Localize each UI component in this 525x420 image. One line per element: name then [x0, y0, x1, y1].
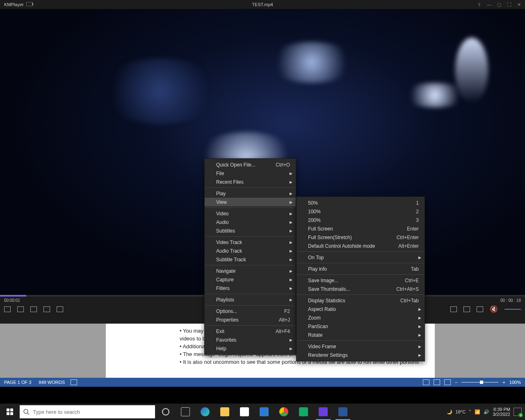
- menu-item[interactable]: Video Track▶: [205, 238, 296, 247]
- caption-icon[interactable]: [463, 306, 470, 312]
- menu-item[interactable]: Rotate▶: [297, 331, 425, 339]
- menu-item-label: Properties: [216, 317, 239, 323]
- menu-item[interactable]: Help▶: [205, 344, 296, 353]
- menu-item-label: Capture: [216, 277, 234, 283]
- menu-item[interactable]: PanScan▶: [297, 322, 425, 331]
- menu-item[interactable]: Renderer Settings▶: [297, 351, 425, 359]
- word-proofing-icon[interactable]: [71, 379, 77, 385]
- submenu-arrow-icon: ▶: [290, 180, 292, 184]
- word-zoom-slider[interactable]: [461, 382, 498, 383]
- hw-icon[interactable]: [450, 306, 457, 312]
- menu-item[interactable]: PropertiesAlt+J: [205, 315, 296, 324]
- menu-item[interactable]: Filters▶: [205, 284, 296, 292]
- menu-item[interactable]: Capture▶: [205, 275, 296, 284]
- taskbar-app-explorer[interactable]: [215, 404, 235, 420]
- menu-item[interactable]: Video Frame▶: [297, 342, 425, 351]
- taskbar-app-mail[interactable]: [254, 404, 274, 420]
- zoom-in-button[interactable]: +: [502, 380, 505, 385]
- menu-item[interactable]: Save Image...Ctrl+E: [297, 276, 425, 285]
- menu-item[interactable]: 50%1: [297, 199, 425, 207]
- menu-item[interactable]: Options...F2: [205, 307, 296, 315]
- menu-item[interactable]: Default Control Autohide modeAlt+Enter: [297, 242, 425, 250]
- menu-item[interactable]: Play infoTab: [297, 265, 425, 273]
- close-button[interactable]: ✕: [517, 2, 521, 7]
- menu-item[interactable]: Favorites▶: [205, 336, 296, 344]
- menu-item[interactable]: Subtitle Track▶: [205, 255, 296, 264]
- menu-item[interactable]: Aspect Ratio▶: [297, 305, 425, 313]
- submenu-arrow-icon: ▶: [418, 307, 421, 311]
- menu-item[interactable]: ExitAlt+F4: [205, 327, 296, 336]
- pin-icon[interactable]: ⇪: [477, 2, 481, 7]
- context-menu[interactable]: Quick Open File...Ctrl+OFile▶Recent File…: [204, 158, 296, 355]
- taskbar-app-word[interactable]: [333, 404, 353, 420]
- menu-item-label: Full Screen(Stretch): [308, 235, 352, 240]
- download-icon[interactable]: [17, 306, 24, 312]
- menu-item[interactable]: 200%3: [297, 216, 425, 224]
- menu-item-label: Video: [216, 211, 228, 217]
- word-web-layout-icon[interactable]: [444, 379, 451, 385]
- menu-item[interactable]: Full ScreenEnter: [297, 224, 425, 233]
- tray-date[interactable]: 3/2/2022: [493, 412, 510, 417]
- menu-item[interactable]: Full Screen(Stretch)Ctrl+Enter: [297, 233, 425, 242]
- tray-time[interactable]: 8:39 PM: [493, 407, 510, 412]
- tray-expand-icon[interactable]: ˄: [469, 409, 471, 415]
- start-button[interactable]: [0, 404, 20, 420]
- menu-item[interactable]: View▶: [205, 198, 296, 206]
- word-read-mode-icon[interactable]: [423, 379, 429, 385]
- fullscreen-button[interactable]: ⛶: [507, 2, 511, 7]
- playlist-icon[interactable]: [4, 306, 11, 312]
- weather-icon[interactable]: 🌙: [447, 409, 452, 415]
- menu-item[interactable]: Video▶: [205, 209, 296, 218]
- menu-item[interactable]: File▶: [205, 169, 296, 178]
- taskbar-search[interactable]: [20, 405, 155, 418]
- menu-item[interactable]: Save Thumbnails...Ctrl+Alt+S: [297, 285, 425, 293]
- taskbar-app-chrome[interactable]: [274, 404, 294, 420]
- menu-item[interactable]: 100%2: [297, 207, 425, 216]
- weather-temp[interactable]: 18°C: [456, 409, 466, 414]
- menu-item[interactable]: Play▶: [205, 189, 296, 198]
- menu-item[interactable]: Audio▶: [205, 218, 296, 226]
- taskbar-app-jdownloader[interactable]: [294, 404, 313, 420]
- equalizer-icon[interactable]: [477, 306, 483, 312]
- cortana-button[interactable]: [156, 404, 176, 420]
- word-print-layout-icon[interactable]: [434, 379, 440, 385]
- word-word-count[interactable]: 848 WORDS: [39, 380, 65, 385]
- word-page-indicator[interactable]: PAGE 1 OF 3: [4, 380, 31, 385]
- vr-icon[interactable]: [30, 306, 37, 312]
- menu-item[interactable]: Recent Files▶: [205, 178, 296, 186]
- volume-slider[interactable]: [504, 309, 521, 310]
- task-view-button[interactable]: [176, 404, 195, 420]
- menu-separator: [205, 294, 295, 294]
- menu-item[interactable]: Playlists▶: [205, 295, 296, 304]
- menu-separator: [205, 208, 295, 208]
- menu-item[interactable]: Audio Track▶: [205, 247, 296, 255]
- action-center-icon[interactable]: 9: [514, 408, 522, 416]
- taskbar-app-kmplayer[interactable]: [313, 404, 333, 420]
- wifi-icon[interactable]: 📶: [475, 409, 480, 415]
- menu-separator: [297, 294, 424, 295]
- taskbar-app-edge[interactable]: [195, 404, 215, 420]
- sound-icon[interactable]: 🔊: [484, 409, 489, 415]
- menu-item[interactable]: Quick Open File...Ctrl+O: [205, 160, 296, 169]
- menu-item[interactable]: Navigate▶: [205, 267, 296, 275]
- menu-item[interactable]: Display StatisticsCtrl+Tab: [297, 296, 425, 305]
- submenu-arrow-icon: ▶: [290, 200, 292, 204]
- search-input[interactable]: [33, 409, 139, 415]
- maximize-button[interactable]: ▢: [497, 2, 501, 7]
- view-submenu[interactable]: 50%1100%2200%3Full ScreenEnterFull Scree…: [296, 196, 425, 361]
- submenu-arrow-icon: ▶: [290, 229, 292, 233]
- mute-icon[interactable]: 🔇: [490, 305, 498, 313]
- menu-item[interactable]: Subtitles▶: [205, 226, 296, 235]
- menu-item-label: Navigate: [216, 268, 235, 274]
- menu-item[interactable]: Zoom▶: [297, 313, 425, 322]
- word-zoom-percent[interactable]: 100%: [509, 380, 521, 385]
- menu-item-label: Playlists: [216, 297, 234, 303]
- crop-icon[interactable]: [57, 306, 63, 312]
- menu-item[interactable]: On Top▶: [297, 253, 425, 262]
- submenu-arrow-icon: ▶: [290, 249, 292, 253]
- minimize-button[interactable]: —: [487, 2, 491, 7]
- cube-icon[interactable]: [43, 306, 50, 312]
- zoom-out-button[interactable]: −: [455, 380, 457, 385]
- submenu-arrow-icon: ▶: [418, 353, 421, 357]
- taskbar-app-store[interactable]: [235, 404, 254, 420]
